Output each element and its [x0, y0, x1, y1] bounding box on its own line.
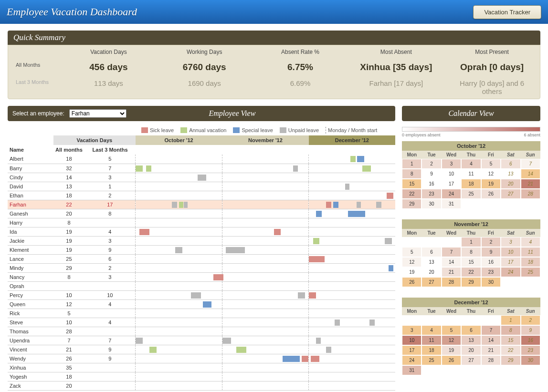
- calendar-day[interactable]: 12: [442, 335, 461, 345]
- calendar-day[interactable]: 21: [442, 267, 461, 277]
- table-row[interactable]: Farhan2217: [8, 200, 395, 209]
- calendar-day[interactable]: 10: [501, 247, 520, 257]
- calendar-day[interactable]: 15: [461, 257, 481, 267]
- employee-select[interactable]: Farhan: [69, 109, 126, 118]
- calendar-day[interactable]: 30: [521, 355, 540, 365]
- calendar-day[interactable]: 14: [481, 335, 501, 345]
- calendar-day[interactable]: 2: [521, 315, 540, 325]
- calendar-day[interactable]: 19: [442, 345, 461, 355]
- calendar-day[interactable]: 11: [521, 247, 540, 257]
- calendar-day[interactable]: 25: [521, 267, 540, 277]
- calendar-day[interactable]: 1: [461, 237, 481, 247]
- calendar-day[interactable]: 13: [501, 169, 520, 179]
- calendar-day[interactable]: 26: [481, 189, 501, 199]
- table-row[interactable]: Queen124: [8, 299, 395, 309]
- calendar-day[interactable]: 8: [501, 325, 520, 335]
- calendar-day[interactable]: 28: [442, 277, 461, 287]
- calendar-day[interactable]: 19: [402, 267, 422, 277]
- calendar-day[interactable]: 22: [501, 345, 520, 355]
- table-row[interactable]: Lance256: [8, 254, 395, 263]
- vacation-tracker-button[interactable]: Vacation Tracker: [473, 5, 541, 19]
- calendar-day[interactable]: 12: [481, 169, 501, 179]
- calendar-day[interactable]: 6: [461, 325, 481, 335]
- table-row[interactable]: Zack20: [8, 381, 395, 390]
- calendar-day[interactable]: 28: [481, 355, 501, 365]
- calendar-day[interactable]: 11: [461, 169, 481, 179]
- table-row[interactable]: Ganesh208: [8, 209, 395, 218]
- calendar-day[interactable]: 9: [481, 247, 501, 257]
- calendar-day[interactable]: 24: [442, 189, 461, 199]
- calendar-day[interactable]: 24: [402, 355, 422, 365]
- calendar-day[interactable]: 10: [442, 169, 461, 179]
- calendar-day[interactable]: 7: [521, 159, 540, 169]
- calendar-day[interactable]: 11: [422, 335, 441, 345]
- calendar-day[interactable]: 2: [422, 159, 441, 169]
- table-row[interactable]: Xinhua35: [8, 363, 395, 372]
- calendar-day[interactable]: 15: [402, 179, 422, 189]
- table-row[interactable]: Percy1010: [8, 290, 395, 299]
- calendar-day[interactable]: 20: [422, 267, 441, 277]
- calendar-day[interactable]: 28: [521, 189, 540, 199]
- calendar-day[interactable]: 21: [521, 179, 540, 189]
- table-row[interactable]: Oprah: [8, 281, 395, 290]
- calendar-day[interactable]: 25: [422, 355, 441, 365]
- calendar-day[interactable]: 6: [422, 247, 441, 257]
- table-row[interactable]: Albert185: [8, 155, 395, 164]
- table-row[interactable]: Mindy292: [8, 263, 395, 272]
- calendar-day[interactable]: 1: [402, 159, 422, 169]
- table-row[interactable]: Harry8: [8, 218, 395, 227]
- calendar-day[interactable]: 19: [481, 179, 501, 189]
- table-row[interactable]: Vincent219: [8, 345, 395, 354]
- calendar-day[interactable]: 21: [481, 345, 501, 355]
- calendar-day[interactable]: 5: [481, 159, 501, 169]
- calendar-day[interactable]: 17: [402, 345, 422, 355]
- calendar-day[interactable]: 9: [422, 169, 441, 179]
- calendar-day[interactable]: 17: [442, 179, 461, 189]
- calendar-day[interactable]: 8: [402, 169, 422, 179]
- table-row[interactable]: Rick5: [8, 309, 395, 318]
- calendar-day[interactable]: 23: [521, 345, 540, 355]
- calendar-day[interactable]: 22: [461, 267, 481, 277]
- calendar-day[interactable]: 8: [461, 247, 481, 257]
- table-row[interactable]: Cindy143: [8, 173, 395, 182]
- calendar-day[interactable]: 6: [501, 159, 520, 169]
- calendar-day[interactable]: 13: [461, 335, 481, 345]
- calendar-day[interactable]: 27: [422, 277, 441, 287]
- calendar-day[interactable]: 24: [501, 267, 520, 277]
- calendar-day[interactable]: 3: [442, 159, 461, 169]
- calendar-day[interactable]: 7: [481, 325, 501, 335]
- calendar-day[interactable]: 18: [461, 179, 481, 189]
- table-row[interactable]: Upendra77: [8, 336, 395, 345]
- calendar-day[interactable]: 25: [461, 189, 481, 199]
- calendar-day[interactable]: 16: [422, 179, 441, 189]
- table-row[interactable]: Steve104: [8, 318, 395, 327]
- calendar-day[interactable]: 31: [402, 365, 422, 375]
- calendar-day[interactable]: 27: [501, 189, 520, 199]
- calendar-day[interactable]: 14: [442, 257, 461, 267]
- calendar-day[interactable]: 31: [442, 199, 461, 209]
- calendar-day[interactable]: 4: [461, 159, 481, 169]
- table-row[interactable]: Yogesh18: [8, 372, 395, 381]
- calendar-day[interactable]: 17: [501, 257, 520, 267]
- calendar-day[interactable]: 18: [521, 257, 540, 267]
- calendar-day[interactable]: 29: [461, 277, 481, 287]
- calendar-day[interactable]: 30: [422, 199, 441, 209]
- calendar-day[interactable]: 29: [501, 355, 520, 365]
- calendar-day[interactable]: 3: [402, 325, 422, 335]
- table-row[interactable]: Ida194: [8, 227, 395, 236]
- table-row[interactable]: David131: [8, 182, 395, 191]
- calendar-day[interactable]: 13: [422, 257, 441, 267]
- table-row[interactable]: Jackie193: [8, 236, 395, 245]
- calendar-day[interactable]: 15: [501, 335, 520, 345]
- calendar-day[interactable]: 4: [422, 325, 441, 335]
- table-row[interactable]: Thomas28: [8, 327, 395, 336]
- table-row[interactable]: Klement199: [8, 245, 395, 254]
- calendar-day[interactable]: 22: [402, 189, 422, 199]
- calendar-day[interactable]: 5: [402, 247, 422, 257]
- calendar-day[interactable]: 4: [521, 237, 540, 247]
- calendar-day[interactable]: 23: [481, 267, 501, 277]
- calendar-day[interactable]: 16: [481, 257, 501, 267]
- calendar-day[interactable]: 18: [422, 345, 441, 355]
- calendar-day[interactable]: 9: [521, 325, 540, 335]
- calendar-day[interactable]: 26: [442, 355, 461, 365]
